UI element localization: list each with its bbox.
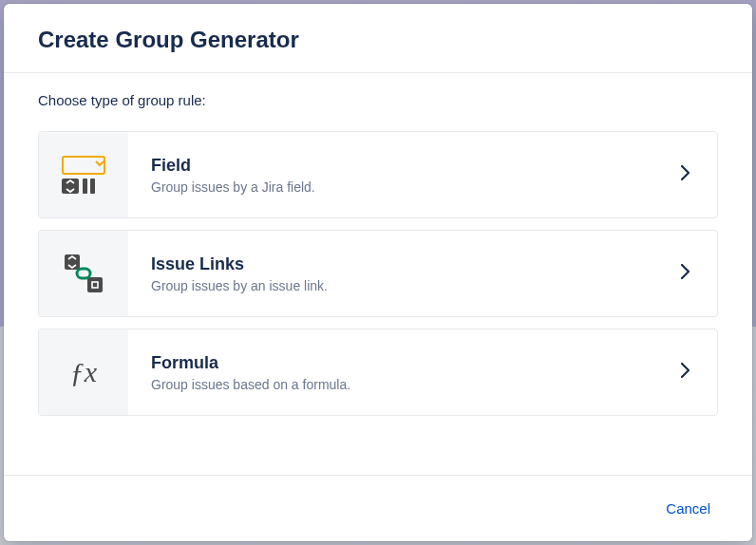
option-field-text: Field Group issues by a Jira field. [128,156,681,195]
option-formula-text: Formula Group issues based on a formula. [128,353,681,392]
option-formula[interactable]: ƒx Formula Group issues based on a formu… [38,329,718,416]
create-group-generator-modal: Create Group Generator Choose type of gr… [4,4,752,541]
issue-links-icon [63,253,104,294]
option-field[interactable]: Field Group issues by a Jira field. [38,131,718,218]
option-field-desc: Group issues by a Jira field. [151,179,658,195]
svg-rect-5 [87,277,103,292]
field-icon-box [39,132,128,217]
formula-icon: ƒx [70,356,97,388]
option-formula-title: Formula [151,353,658,373]
svg-rect-3 [90,179,95,194]
formula-icon-box: ƒx [39,329,128,415]
svg-rect-0 [63,157,104,174]
modal-body: Choose type of group rule: Field Group i… [4,73,752,475]
option-issue-links[interactable]: Issue Links Group issues by an issue lin… [38,230,718,317]
prompt-text: Choose type of group rule: [38,92,718,108]
issue-links-icon-box [39,231,128,316]
modal-footer: Cancel [4,475,752,541]
option-issue-links-title: Issue Links [151,254,658,274]
chevron-right-icon [681,165,717,184]
chevron-right-icon [681,264,717,283]
option-formula-desc: Group issues based on a formula. [151,377,658,392]
field-icon [62,156,105,194]
chevron-right-icon [681,363,717,382]
modal-title: Create Group Generator [38,27,718,53]
option-field-title: Field [151,156,658,176]
option-issue-links-text: Issue Links Group issues by an issue lin… [128,254,681,293]
option-issue-links-desc: Group issues by an issue link. [151,278,658,293]
cancel-button[interactable]: Cancel [658,495,718,522]
modal-header: Create Group Generator [4,4,752,73]
svg-rect-2 [83,179,87,194]
